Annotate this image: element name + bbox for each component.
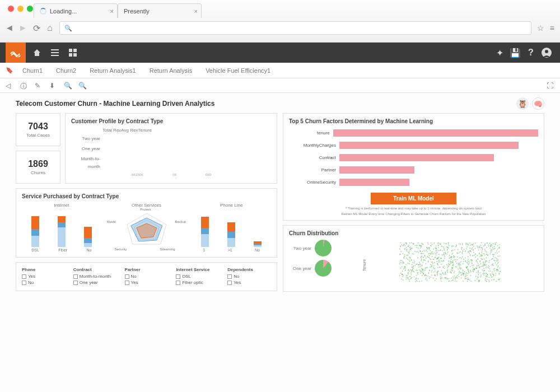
svg-point-306 [436, 245, 437, 246]
category-label: Two year [71, 135, 102, 143]
filter-checkbox[interactable]: Yes [227, 280, 271, 285]
svg-point-693 [478, 265, 479, 266]
svg-point-859 [472, 248, 473, 249]
svg-point-412 [428, 256, 429, 258]
close-tab-icon[interactable]: × [194, 8, 198, 15]
svg-point-459 [452, 253, 454, 254]
svg-point-869 [497, 260, 498, 262]
filter-group-header: Dependents [227, 267, 271, 272]
filter-checkbox[interactable]: One year [73, 280, 117, 285]
svg-point-803 [424, 275, 425, 276]
filter-checkbox[interactable]: No [125, 274, 169, 279]
svg-point-327 [474, 248, 475, 249]
filter-checkbox[interactable]: Month-to-month [73, 274, 117, 279]
svg-point-409 [471, 259, 472, 260]
window-controls[interactable] [8, 6, 33, 12]
sheet-tab[interactable]: Return Analysis [144, 65, 198, 76]
card-title: Top 5 Churn Factors Determined by Machin… [289, 118, 538, 124]
svg-point-259 [451, 263, 452, 264]
back-circle-icon[interactable]: ◁ [6, 82, 13, 90]
svg-point-733 [454, 256, 455, 258]
svg-point-683 [426, 247, 427, 248]
svg-point-637 [494, 244, 496, 245]
svg-point-328 [434, 274, 435, 276]
filter-checkbox[interactable]: Yes [22, 274, 66, 279]
svg-point-477 [437, 274, 438, 275]
filter-checkbox[interactable]: Fiber optic [176, 280, 220, 285]
svg-point-314 [469, 253, 470, 254]
home-icon[interactable]: ⌂ [46, 24, 54, 32]
sheet-tab[interactable]: Churn1 [17, 65, 48, 76]
svg-point-783 [459, 268, 460, 269]
owl-avatar-icon[interactable]: 🦉 [516, 97, 529, 110]
filter-option-label: No [131, 274, 137, 279]
svg-point-262 [459, 271, 460, 272]
grid-button[interactable] [64, 43, 82, 63]
reload-icon[interactable]: ⟳ [32, 24, 40, 32]
forward-icon[interactable]: ► [19, 24, 27, 32]
filter-checkbox[interactable]: DSL [176, 274, 220, 279]
sparkle-button[interactable]: ✦ [492, 43, 507, 63]
svg-point-837 [492, 258, 493, 259]
svg-point-136 [424, 256, 426, 257]
sheet-tab[interactable]: Vehicle Fuel Efficiency1 [200, 65, 276, 76]
svg-point-892 [416, 278, 417, 279]
zoom-in-icon[interactable]: 🔍 [78, 82, 86, 90]
filter-checkbox[interactable]: Yes [125, 280, 169, 285]
svg-rect-5 [69, 53, 72, 57]
svg-point-392 [488, 246, 489, 247]
svg-point-368 [444, 243, 445, 244]
svg-point-808 [498, 279, 499, 280]
filter-checkbox[interactable]: No [227, 274, 271, 279]
svg-point-71 [441, 260, 442, 262]
sheet-tab[interactable]: Churn2 [50, 65, 82, 76]
svg-point-357 [485, 278, 486, 279]
svg-point-761 [430, 254, 431, 255]
svg-point-789 [448, 248, 449, 249]
bookmark-star-icon[interactable]: ☆ [537, 24, 544, 32]
svg-point-520 [408, 278, 409, 279]
home-icon [32, 48, 41, 57]
browser-menu-icon[interactable]: ≡ [550, 24, 554, 32]
help-icon: ? [528, 48, 534, 58]
maximize-window-icon[interactable] [27, 6, 33, 12]
svg-point-396 [412, 262, 413, 263]
bookmark-icon[interactable]: 🔖 [6, 67, 15, 74]
back-icon[interactable]: ◄ [6, 24, 13, 32]
floppy-button[interactable]: 💾 [507, 43, 523, 63]
close-tab-icon[interactable]: × [110, 8, 114, 15]
download-icon[interactable]: ⬇ [49, 82, 57, 90]
url-input[interactable]: 🔍 [59, 21, 531, 35]
svg-point-752 [480, 277, 481, 278]
svg-point-610 [492, 254, 493, 255]
svg-point-138 [418, 248, 419, 249]
svg-point-566 [432, 244, 433, 245]
close-window-icon[interactable] [8, 6, 14, 12]
expand-icon[interactable]: ⛶ [547, 82, 554, 90]
svg-point-902 [439, 260, 440, 261]
help-button[interactable]: ? [523, 43, 539, 63]
svg-point-755 [417, 274, 418, 275]
sheet-tab[interactable]: Return Analysis1 [84, 65, 142, 76]
browser-tab-loading[interactable]: Loading... × [34, 3, 118, 18]
train-ml-button[interactable]: Train ML Model [371, 193, 456, 204]
svg-point-588 [414, 261, 416, 262]
home-button[interactable] [28, 43, 46, 63]
user-button[interactable] [539, 43, 554, 63]
list-button[interactable] [46, 43, 64, 63]
edit-icon[interactable]: ✎ [35, 82, 43, 90]
svg-point-225 [409, 259, 410, 260]
svg-point-253 [448, 264, 449, 265]
zoom-out-icon[interactable]: 🔍 [64, 82, 72, 90]
svg-point-471 [498, 248, 500, 249]
svg-point-854 [493, 254, 494, 255]
svg-point-110 [438, 245, 439, 246]
svg-point-867 [421, 257, 422, 258]
brand-logo[interactable] [6, 43, 26, 63]
browser-tab-presently[interactable]: Presently × [118, 3, 202, 18]
svg-point-147 [418, 252, 419, 253]
filter-checkbox[interactable]: No [22, 280, 66, 285]
info-icon[interactable]: ⓘ [20, 82, 28, 90]
minimize-window-icon[interactable] [17, 6, 24, 12]
brain-icon[interactable]: 🧠 [532, 97, 544, 110]
